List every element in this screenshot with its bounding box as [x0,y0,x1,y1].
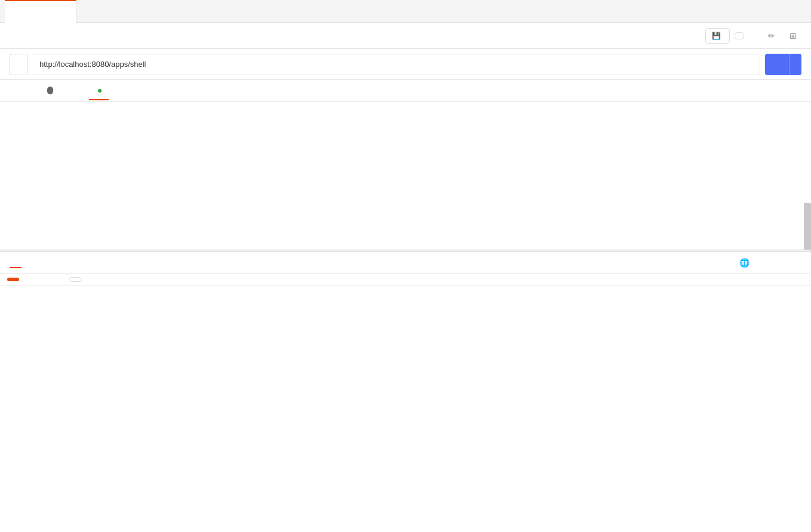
url-bar [0,49,811,80]
env-selector[interactable] [794,9,806,14]
fmt-tab-pretty[interactable] [7,278,19,281]
response-header: 🌐 [0,252,811,273]
tests-dot [98,89,102,93]
method-select[interactable] [10,54,27,75]
format-bar [0,273,811,286]
res-tab-headers[interactable] [53,257,64,268]
panel-icon: ⊞ [790,31,797,41]
main-content: 💾 ✏ ⊞ [0,23,811,532]
fmt-tab-visualize[interactable] [50,278,62,281]
fmt-tab-raw[interactable] [21,278,33,281]
response-status: 🌐 [739,258,801,267]
edit-button[interactable]: ✏ [763,28,780,44]
save-icon: 💾 [712,32,721,40]
res-tab-test-results[interactable] [74,257,86,268]
tab-shell[interactable] [5,0,76,23]
upper-code-editor[interactable] [0,102,811,250]
save-button[interactable]: 💾 [705,28,730,44]
request-tabs [0,80,811,102]
url-input[interactable] [32,54,760,75]
upper-panel: 💾 ✏ ⊞ [0,23,811,250]
tab-bar [0,0,811,23]
more-options-button[interactable] [749,33,758,39]
globe-icon: 🌐 [739,258,749,267]
toolbar: 💾 ✏ ⊞ [0,23,811,49]
res-tab-cookies[interactable] [31,257,43,268]
save-dropdown-button[interactable] [735,32,744,39]
toolbar-actions: 💾 ✏ ⊞ [705,28,801,44]
scrollbar-handle[interactable] [804,203,811,250]
tab-authorization[interactable] [24,85,38,96]
tab-tests[interactable] [89,81,109,100]
panel-toggle-button[interactable]: ⊞ [785,28,801,44]
tab-headers[interactable] [38,81,60,100]
tab-body[interactable] [60,85,75,96]
send-button[interactable] [765,54,789,75]
send-button-group [765,54,801,75]
format-type-select[interactable] [69,277,82,282]
tab-settings[interactable] [109,85,123,96]
send-dropdown-button[interactable] [789,54,801,75]
edit-icon: ✏ [768,31,775,41]
fmt-tab-preview[interactable] [36,278,48,281]
tab-pre-request[interactable] [75,85,89,96]
tab-params[interactable] [10,85,24,96]
lower-panel: 🌐 [0,252,811,532]
headers-badge [47,87,53,94]
response-code-editor[interactable] [0,286,811,532]
res-tab-body[interactable] [10,257,21,268]
